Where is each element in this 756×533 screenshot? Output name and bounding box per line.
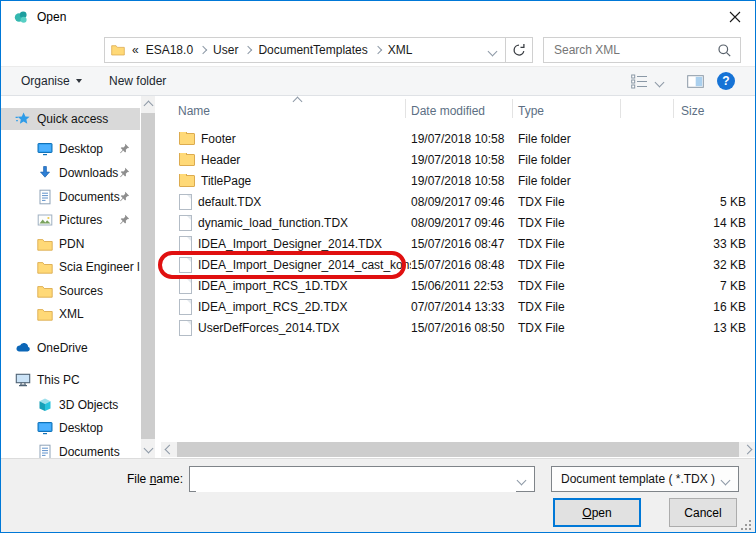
folder-icon — [37, 285, 53, 298]
pin-icon — [119, 214, 130, 225]
sidebar-scrollbar[interactable] — [141, 96, 155, 458]
details-view-icon — [631, 74, 648, 89]
onedrive-cloud-icon — [15, 340, 31, 356]
scroll-right-icon[interactable] — [743, 445, 753, 455]
horizontal-scrollbar-thumb[interactable] — [177, 442, 739, 457]
column-divider[interactable] — [512, 99, 513, 118]
organise-dropdown-icon — [76, 79, 82, 83]
file-name-input[interactable] — [196, 468, 516, 492]
sidebar-item-xml[interactable]: XML — [1, 303, 140, 325]
table-row[interactable]: UserDefForces_2014.TDX 15/07/2016 08:50 … — [161, 317, 756, 338]
table-row[interactable]: IDEA_import_RCS_2D.TDX 07/07/2014 13:33 … — [161, 296, 756, 317]
pin-icon — [119, 143, 130, 154]
cancel-button[interactable]: Cancel — [669, 498, 737, 527]
search-input[interactable] — [552, 42, 717, 58]
breadcrumb-separator-icon — [199, 46, 207, 54]
sidebar-item-downloads[interactable]: Downloads — [1, 162, 140, 184]
view-mode-chevron-icon[interactable] — [655, 78, 665, 88]
file-list: Name Date modified Type Size Footer 19/0… — [161, 96, 756, 442]
desktop-icon — [37, 420, 53, 436]
file-icon — [179, 320, 192, 336]
navigation-bar: « ESA18.0 User DocumentTemplates XML — [1, 33, 755, 66]
close-button[interactable] — [715, 1, 755, 32]
sidebar-item-quick-access[interactable]: Quick access — [1, 108, 140, 130]
file-icon — [179, 299, 192, 315]
preview-pane-icon — [687, 75, 704, 88]
sidebar-item-3d-objects[interactable]: 3D Objects — [1, 394, 140, 416]
pictures-icon — [37, 212, 53, 228]
file-name-combobox[interactable] — [189, 466, 535, 492]
resize-grip[interactable] — [741, 520, 752, 531]
address-dropdown-chevron-icon[interactable] — [488, 47, 498, 57]
table-row[interactable]: dynamic_load_function.TDX 08/09/2017 09:… — [161, 212, 756, 233]
sidebar-item-desktop[interactable]: Desktop — [1, 138, 140, 160]
column-divider[interactable] — [620, 99, 621, 118]
desktop-icon — [37, 141, 53, 157]
column-header-name[interactable]: Name — [178, 104, 210, 118]
window-title: Open — [37, 1, 66, 33]
breadcrumb-item-esa[interactable]: ESA18.0 — [146, 43, 193, 57]
app-icon — [13, 9, 29, 25]
navigation-pane: Quick access Desktop Downloads — [1, 96, 140, 458]
address-folder-icon — [111, 44, 125, 56]
breadcrumb-item-xml[interactable]: XML — [388, 43, 413, 57]
table-row[interactable]: IDEA_Import_Designer_2014.TDX 15/07/2016… — [161, 233, 756, 254]
search-box[interactable] — [543, 37, 741, 63]
folder-icon — [179, 175, 195, 187]
table-row[interactable]: Footer 19/07/2018 10:58 File folder — [161, 128, 756, 149]
sidebar-item-pdn[interactable]: PDN — [1, 233, 140, 255]
table-row[interactable]: TitlePage 19/07/2018 10:58 File folder — [161, 170, 756, 191]
new-folder-label: New folder — [109, 74, 166, 88]
new-folder-button[interactable]: New folder — [109, 67, 166, 95]
column-header-type[interactable]: Type — [518, 104, 544, 118]
organise-label: Organise — [21, 74, 70, 88]
pin-icon — [119, 167, 130, 178]
sidebar-item-scia-engineer[interactable]: Scia Engineer lin — [1, 256, 140, 278]
sidebar-item-documents-pc[interactable]: Documents — [1, 441, 140, 458]
pin-icon — [119, 191, 130, 202]
refresh-icon — [512, 43, 526, 57]
breadcrumb-item-documenttemplates[interactable]: DocumentTemplates — [258, 43, 367, 57]
file-list-horizontal-scrollbar[interactable] — [161, 442, 756, 457]
breadcrumb-item-user[interactable]: User — [213, 43, 238, 57]
file-type-filter-dropdown[interactable]: Document template ( *.TDX ) — [551, 466, 739, 492]
column-header-date-modified[interactable]: Date modified — [411, 104, 485, 118]
scroll-left-icon[interactable] — [165, 445, 175, 455]
open-dialog: Open — [0, 0, 756, 533]
sidebar-item-this-pc[interactable]: This PC — [1, 369, 140, 391]
table-row[interactable]: default.TDX 08/09/2017 09:46 TDX File 5 … — [161, 191, 756, 212]
help-button[interactable]: ? — [717, 67, 735, 95]
refresh-button[interactable] — [505, 37, 533, 63]
sidebar-scrollbar-thumb[interactable] — [141, 113, 155, 439]
file-icon — [179, 215, 192, 231]
open-button[interactable]: Open — [553, 498, 641, 527]
breadcrumb-collapsed[interactable]: « — [132, 43, 139, 57]
scroll-up-icon[interactable] — [144, 101, 154, 111]
filter-dropdown-chevron-icon — [721, 476, 731, 486]
footer-bar: File name: Document template ( *.TDX ) O… — [1, 458, 755, 533]
sidebar-item-sources[interactable]: Sources — [1, 280, 140, 302]
folder-icon — [37, 238, 53, 251]
column-divider[interactable] — [673, 99, 674, 118]
table-row[interactable]: IDEA_import_RCS_1D.TDX 15/06/2011 22:53 … — [161, 275, 756, 296]
folder-icon — [37, 261, 53, 274]
sidebar-item-documents[interactable]: Documents — [1, 186, 140, 208]
scroll-down-icon[interactable] — [144, 444, 154, 454]
3d-objects-cube-icon — [37, 397, 53, 413]
this-pc-icon — [15, 372, 31, 388]
sidebar-item-onedrive[interactable]: OneDrive — [1, 337, 140, 359]
organise-button[interactable]: Organise — [21, 67, 82, 95]
column-header-size[interactable]: Size — [681, 104, 704, 118]
table-row-annotated[interactable]: IDEA_Import_Designer_2014_cast_konstru..… — [161, 254, 756, 275]
preview-pane-button[interactable] — [687, 67, 704, 95]
view-mode-button[interactable] — [631, 67, 648, 95]
folder-icon — [179, 133, 195, 145]
folder-icon — [179, 154, 195, 166]
sidebar-item-pictures[interactable]: Pictures — [1, 209, 140, 231]
sidebar-item-desktop-pc[interactable]: Desktop — [1, 417, 140, 439]
column-divider[interactable] — [405, 99, 406, 118]
table-row[interactable]: Header 19/07/2018 10:58 File folder — [161, 149, 756, 170]
address-bar[interactable]: « ESA18.0 User DocumentTemplates XML — [104, 37, 506, 63]
file-name-dropdown-chevron-icon[interactable] — [517, 476, 527, 486]
search-icon — [717, 43, 732, 58]
